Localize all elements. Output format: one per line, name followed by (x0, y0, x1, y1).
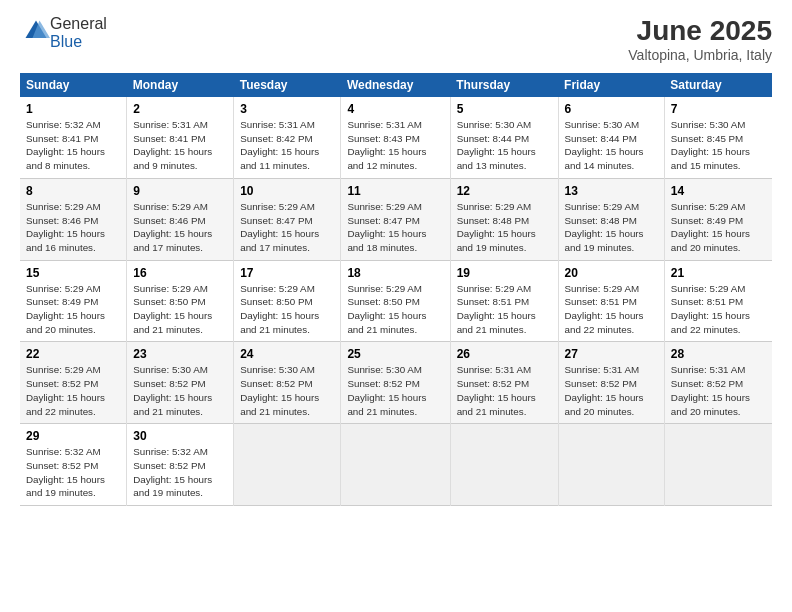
day-number: 11 (347, 184, 443, 198)
day-number: 29 (26, 429, 120, 443)
col-wednesday: Wednesday (341, 73, 450, 97)
day-number: 27 (565, 347, 658, 361)
day-info: Sunrise: 5:31 AM Sunset: 8:41 PM Dayligh… (133, 118, 227, 173)
calendar-week-row: 29Sunrise: 5:32 AM Sunset: 8:52 PM Dayli… (20, 424, 772, 506)
table-cell: 1Sunrise: 5:32 AM Sunset: 8:41 PM Daylig… (20, 97, 127, 178)
day-info: Sunrise: 5:31 AM Sunset: 8:52 PM Dayligh… (457, 363, 552, 418)
day-number: 14 (671, 184, 766, 198)
table-cell: 30Sunrise: 5:32 AM Sunset: 8:52 PM Dayli… (127, 424, 234, 506)
table-cell: 9Sunrise: 5:29 AM Sunset: 8:46 PM Daylig… (127, 178, 234, 260)
day-info: Sunrise: 5:29 AM Sunset: 8:50 PM Dayligh… (240, 282, 334, 337)
logo-icon (22, 17, 50, 45)
table-cell: 16Sunrise: 5:29 AM Sunset: 8:50 PM Dayli… (127, 260, 234, 342)
day-number: 3 (240, 102, 334, 116)
day-number: 23 (133, 347, 227, 361)
day-number: 10 (240, 184, 334, 198)
col-sunday: Sunday (20, 73, 127, 97)
table-cell: 22Sunrise: 5:29 AM Sunset: 8:52 PM Dayli… (20, 342, 127, 424)
table-cell: 15Sunrise: 5:29 AM Sunset: 8:49 PM Dayli… (20, 260, 127, 342)
day-number: 5 (457, 102, 552, 116)
day-info: Sunrise: 5:29 AM Sunset: 8:46 PM Dayligh… (26, 200, 120, 255)
day-info: Sunrise: 5:31 AM Sunset: 8:43 PM Dayligh… (347, 118, 443, 173)
table-cell: 23Sunrise: 5:30 AM Sunset: 8:52 PM Dayli… (127, 342, 234, 424)
day-number: 19 (457, 266, 552, 280)
table-cell: 2Sunrise: 5:31 AM Sunset: 8:41 PM Daylig… (127, 97, 234, 178)
col-friday: Friday (558, 73, 664, 97)
table-cell: 19Sunrise: 5:29 AM Sunset: 8:51 PM Dayli… (450, 260, 558, 342)
day-number: 2 (133, 102, 227, 116)
col-thursday: Thursday (450, 73, 558, 97)
day-info: Sunrise: 5:29 AM Sunset: 8:51 PM Dayligh… (671, 282, 766, 337)
calendar-week-row: 22Sunrise: 5:29 AM Sunset: 8:52 PM Dayli… (20, 342, 772, 424)
calendar-table: Sunday Monday Tuesday Wednesday Thursday… (20, 73, 772, 506)
calendar-week-row: 8Sunrise: 5:29 AM Sunset: 8:46 PM Daylig… (20, 178, 772, 260)
day-number: 28 (671, 347, 766, 361)
day-info: Sunrise: 5:32 AM Sunset: 8:52 PM Dayligh… (133, 445, 227, 500)
day-number: 8 (26, 184, 120, 198)
day-number: 4 (347, 102, 443, 116)
main-title: June 2025 (628, 15, 772, 47)
day-info: Sunrise: 5:29 AM Sunset: 8:46 PM Dayligh… (133, 200, 227, 255)
day-number: 17 (240, 266, 334, 280)
col-monday: Monday (127, 73, 234, 97)
day-info: Sunrise: 5:30 AM Sunset: 8:44 PM Dayligh… (565, 118, 658, 173)
day-number: 24 (240, 347, 334, 361)
table-cell: 8Sunrise: 5:29 AM Sunset: 8:46 PM Daylig… (20, 178, 127, 260)
day-number: 1 (26, 102, 120, 116)
table-cell: 4Sunrise: 5:31 AM Sunset: 8:43 PM Daylig… (341, 97, 450, 178)
table-cell: 11Sunrise: 5:29 AM Sunset: 8:47 PM Dayli… (341, 178, 450, 260)
calendar-week-row: 1Sunrise: 5:32 AM Sunset: 8:41 PM Daylig… (20, 97, 772, 178)
day-info: Sunrise: 5:32 AM Sunset: 8:41 PM Dayligh… (26, 118, 120, 173)
table-cell: 21Sunrise: 5:29 AM Sunset: 8:51 PM Dayli… (664, 260, 772, 342)
table-cell (664, 424, 772, 506)
day-info: Sunrise: 5:29 AM Sunset: 8:47 PM Dayligh… (240, 200, 334, 255)
logo: General Blue (20, 15, 107, 51)
day-number: 12 (457, 184, 552, 198)
table-cell: 12Sunrise: 5:29 AM Sunset: 8:48 PM Dayli… (450, 178, 558, 260)
day-info: Sunrise: 5:30 AM Sunset: 8:52 PM Dayligh… (133, 363, 227, 418)
table-cell: 29Sunrise: 5:32 AM Sunset: 8:52 PM Dayli… (20, 424, 127, 506)
table-cell: 24Sunrise: 5:30 AM Sunset: 8:52 PM Dayli… (234, 342, 341, 424)
table-cell: 10Sunrise: 5:29 AM Sunset: 8:47 PM Dayli… (234, 178, 341, 260)
logo-blue-text: Blue (50, 33, 82, 50)
day-number: 15 (26, 266, 120, 280)
table-cell: 6Sunrise: 5:30 AM Sunset: 8:44 PM Daylig… (558, 97, 664, 178)
table-cell: 28Sunrise: 5:31 AM Sunset: 8:52 PM Dayli… (664, 342, 772, 424)
day-info: Sunrise: 5:29 AM Sunset: 8:47 PM Dayligh… (347, 200, 443, 255)
day-number: 25 (347, 347, 443, 361)
header: General Blue June 2025 Valtopina, Umbria… (20, 15, 772, 63)
day-info: Sunrise: 5:29 AM Sunset: 8:51 PM Dayligh… (565, 282, 658, 337)
table-cell (558, 424, 664, 506)
table-cell: 14Sunrise: 5:29 AM Sunset: 8:49 PM Dayli… (664, 178, 772, 260)
table-cell: 26Sunrise: 5:31 AM Sunset: 8:52 PM Dayli… (450, 342, 558, 424)
subtitle: Valtopina, Umbria, Italy (628, 47, 772, 63)
table-cell: 17Sunrise: 5:29 AM Sunset: 8:50 PM Dayli… (234, 260, 341, 342)
table-cell (450, 424, 558, 506)
table-cell (234, 424, 341, 506)
day-info: Sunrise: 5:29 AM Sunset: 8:52 PM Dayligh… (26, 363, 120, 418)
page: General Blue June 2025 Valtopina, Umbria… (0, 0, 792, 612)
col-saturday: Saturday (664, 73, 772, 97)
day-number: 20 (565, 266, 658, 280)
day-info: Sunrise: 5:31 AM Sunset: 8:52 PM Dayligh… (565, 363, 658, 418)
day-info: Sunrise: 5:29 AM Sunset: 8:49 PM Dayligh… (26, 282, 120, 337)
table-cell: 25Sunrise: 5:30 AM Sunset: 8:52 PM Dayli… (341, 342, 450, 424)
day-number: 22 (26, 347, 120, 361)
calendar-week-row: 15Sunrise: 5:29 AM Sunset: 8:49 PM Dayli… (20, 260, 772, 342)
day-info: Sunrise: 5:32 AM Sunset: 8:52 PM Dayligh… (26, 445, 120, 500)
day-number: 9 (133, 184, 227, 198)
day-info: Sunrise: 5:29 AM Sunset: 8:48 PM Dayligh… (565, 200, 658, 255)
table-cell: 18Sunrise: 5:29 AM Sunset: 8:50 PM Dayli… (341, 260, 450, 342)
table-cell: 27Sunrise: 5:31 AM Sunset: 8:52 PM Dayli… (558, 342, 664, 424)
day-number: 18 (347, 266, 443, 280)
day-number: 13 (565, 184, 658, 198)
table-cell: 13Sunrise: 5:29 AM Sunset: 8:48 PM Dayli… (558, 178, 664, 260)
day-info: Sunrise: 5:29 AM Sunset: 8:50 PM Dayligh… (133, 282, 227, 337)
calendar-header-row: Sunday Monday Tuesday Wednesday Thursday… (20, 73, 772, 97)
day-info: Sunrise: 5:31 AM Sunset: 8:52 PM Dayligh… (671, 363, 766, 418)
day-info: Sunrise: 5:30 AM Sunset: 8:52 PM Dayligh… (347, 363, 443, 418)
day-info: Sunrise: 5:29 AM Sunset: 8:51 PM Dayligh… (457, 282, 552, 337)
table-cell: 20Sunrise: 5:29 AM Sunset: 8:51 PM Dayli… (558, 260, 664, 342)
table-cell: 7Sunrise: 5:30 AM Sunset: 8:45 PM Daylig… (664, 97, 772, 178)
day-info: Sunrise: 5:29 AM Sunset: 8:49 PM Dayligh… (671, 200, 766, 255)
